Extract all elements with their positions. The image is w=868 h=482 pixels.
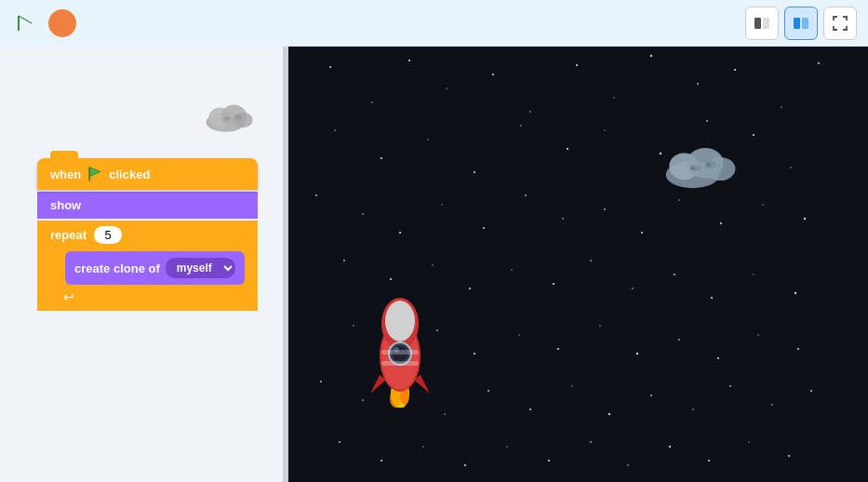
svg-point-46	[604, 208, 606, 210]
rocket-sprite	[354, 296, 447, 389]
svg-point-40	[362, 213, 364, 215]
svg-point-44	[525, 194, 527, 196]
stop-button[interactable]	[48, 9, 76, 37]
svg-point-36	[706, 120, 708, 122]
svg-marker-119	[370, 375, 386, 394]
svg-point-9	[234, 113, 253, 128]
svg-point-85	[692, 408, 693, 409]
svg-point-68	[518, 334, 519, 335]
svg-marker-12	[90, 167, 100, 177]
clone-label: create clone of	[74, 261, 160, 275]
svg-point-86	[729, 385, 731, 387]
show-label: show	[50, 198, 81, 212]
svg-point-76	[320, 381, 322, 382]
svg-point-81	[529, 408, 531, 410]
svg-point-29	[381, 157, 382, 159]
svg-point-32	[520, 125, 522, 127]
svg-marker-0	[19, 16, 32, 31]
svg-point-79	[444, 413, 445, 414]
svg-point-24	[697, 83, 699, 85]
svg-point-69	[557, 348, 559, 350]
svg-point-91	[422, 446, 424, 448]
svg-point-25	[734, 69, 736, 71]
svg-point-94	[548, 460, 550, 462]
svg-point-70	[599, 325, 601, 327]
svg-point-63	[795, 292, 796, 294]
clicked-label: clicked	[109, 167, 150, 181]
when-label: when	[50, 167, 81, 181]
show-block[interactable]: show	[37, 192, 258, 219]
svg-point-87	[771, 404, 773, 406]
svg-point-71	[636, 353, 638, 355]
svg-rect-4	[794, 18, 800, 29]
svg-point-45	[562, 218, 564, 220]
svg-point-60	[674, 274, 675, 275]
svg-point-75	[797, 348, 799, 350]
svg-rect-5	[802, 18, 808, 29]
clone-target-dropdown[interactable]: myself	[166, 258, 235, 278]
split-view-button[interactable]	[784, 7, 818, 40]
svg-point-26	[781, 106, 782, 108]
svg-point-10	[223, 116, 231, 121]
flag-icon	[87, 166, 103, 182]
svg-point-61	[711, 297, 713, 299]
svg-point-52	[343, 260, 345, 261]
svg-point-55	[469, 288, 471, 289]
svg-point-107	[691, 167, 695, 170]
svg-point-99	[748, 441, 749, 442]
svg-point-96	[627, 464, 629, 466]
loop-arrow: ↩	[50, 288, 245, 305]
svg-rect-122	[381, 361, 419, 366]
svg-point-42	[441, 204, 442, 205]
svg-point-41	[399, 232, 401, 234]
svg-point-27	[818, 62, 820, 64]
svg-rect-2	[754, 18, 761, 29]
stage-cloud	[663, 140, 747, 191]
stage	[288, 47, 868, 482]
svg-point-50	[762, 204, 764, 206]
svg-point-39	[315, 194, 317, 196]
svg-point-95	[590, 441, 592, 443]
svg-point-43	[483, 227, 485, 229]
svg-point-11	[234, 114, 243, 120]
svg-point-33	[567, 148, 568, 150]
svg-rect-14	[288, 47, 868, 482]
svg-point-35	[660, 153, 661, 154]
svg-point-34	[604, 129, 605, 130]
svg-point-108	[706, 163, 711, 167]
fullscreen-button[interactable]	[823, 7, 857, 40]
svg-point-59	[632, 288, 634, 289]
svg-point-48	[678, 199, 679, 200]
svg-point-62	[753, 274, 754, 274]
svg-point-30	[427, 139, 428, 140]
svg-point-84	[650, 395, 652, 396]
code-panel: when clicked show repeat create	[0, 47, 288, 482]
loop-arrow-icon: ↩	[63, 289, 74, 304]
svg-point-72	[678, 339, 680, 341]
repeat-label: repeat	[50, 228, 87, 242]
repeat-value-input[interactable]	[94, 226, 122, 244]
svg-point-31	[474, 171, 475, 173]
svg-rect-3	[763, 18, 769, 29]
small-stage-button[interactable]	[745, 7, 779, 40]
when-clicked-block[interactable]: when clicked	[37, 158, 258, 190]
svg-point-23	[650, 55, 652, 57]
toolbar-left	[11, 9, 76, 37]
svg-point-83	[608, 413, 610, 415]
svg-point-37	[753, 134, 754, 136]
svg-point-16	[371, 101, 373, 103]
svg-point-89	[339, 441, 341, 443]
svg-point-56	[511, 269, 512, 270]
svg-point-82	[571, 385, 573, 387]
svg-point-92	[464, 464, 466, 466]
svg-point-97	[669, 446, 671, 448]
svg-point-90	[381, 460, 382, 462]
svg-point-20	[529, 111, 531, 113]
create-clone-block[interactable]: create clone of myself	[65, 251, 245, 285]
svg-point-47	[641, 232, 643, 234]
repeat-block[interactable]: repeat create clone of myself ↩	[37, 221, 258, 311]
svg-rect-121	[381, 350, 419, 355]
svg-point-67	[474, 353, 475, 355]
svg-point-53	[390, 278, 392, 280]
green-flag-button[interactable]	[11, 9, 39, 37]
